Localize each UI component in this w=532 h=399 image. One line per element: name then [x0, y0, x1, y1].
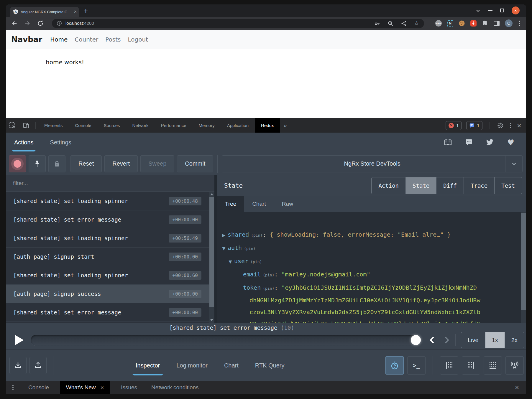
pin-label[interactable]: (pin)	[263, 286, 274, 291]
import-button[interactable]	[9, 357, 27, 374]
forward-icon[interactable]	[24, 20, 31, 27]
device-toolbar-icon[interactable]	[19, 122, 33, 129]
devtools-tab-sources[interactable]: Sources	[98, 118, 126, 133]
redux-tab-settings[interactable]: Settings	[50, 133, 71, 152]
tree-node-shared[interactable]: ▶shared(pin): { showLoading: false, erro…	[220, 228, 514, 241]
maximize-button[interactable]	[500, 9, 504, 12]
drawer-tab-close-icon[interactable]: ×	[100, 384, 104, 391]
mode-test-button[interactable]: Test	[495, 177, 522, 194]
timeline-slider[interactable]	[31, 335, 421, 346]
tab-close-icon[interactable]: ×	[74, 9, 77, 14]
mode-trace-button[interactable]: Trace	[464, 177, 495, 194]
browser-menu-icon[interactable]	[518, 21, 521, 26]
scroll-down-icon[interactable]	[210, 319, 213, 321]
scroll-up-icon[interactable]	[210, 193, 213, 195]
sweep-button[interactable]: Sweep	[140, 155, 174, 172]
dock-bottom-button[interactable]	[484, 356, 502, 375]
slider-thumb[interactable]	[411, 335, 421, 345]
state-scrollbar[interactable]	[521, 212, 526, 323]
pin-label[interactable]: (pin)	[263, 273, 274, 277]
address-bar[interactable]: localhost:4200 ☆	[52, 19, 424, 28]
devtools-tab-elements[interactable]: Elements	[38, 118, 69, 133]
filter-input[interactable]	[13, 180, 131, 187]
drawer-menu-icon[interactable]	[12, 385, 14, 390]
support-heart-icon[interactable]: ♥	[507, 139, 514, 146]
bookmark-star-icon[interactable]: ☆	[414, 20, 419, 26]
expanded-arrow-icon[interactable]: ▼	[226, 255, 234, 268]
mode-state-button[interactable]: State	[406, 177, 436, 194]
action-row[interactable]: [shared state] set loading spinner +00:0…	[6, 192, 209, 210]
drawer-tab-whats-new[interactable]: What's New ×	[60, 381, 110, 394]
remote-button[interactable]	[505, 356, 524, 375]
error-badge[interactable]: ✕ 1	[446, 121, 462, 130]
nav-link-posts[interactable]: Posts	[105, 36, 121, 43]
inspect-element-icon[interactable]	[6, 122, 19, 129]
devtools-tab-memory[interactable]: Memory	[193, 118, 221, 133]
devtools-tab-network[interactable]: Network	[126, 118, 155, 133]
speed-2x-button[interactable]: 2x	[505, 332, 524, 348]
live-button[interactable]: Live	[461, 332, 485, 348]
mode-diff-button[interactable]: Diff	[436, 177, 464, 194]
expanded-arrow-icon[interactable]: ▼	[220, 242, 228, 255]
view-tab-tree[interactable]: Tree	[217, 196, 244, 212]
monitor-tab-rtk[interactable]: RTK Query	[255, 350, 285, 381]
step-forward-icon[interactable]	[444, 336, 450, 344]
devtools-tab-redux[interactable]: Redux	[255, 118, 280, 133]
monitor-tab-chart[interactable]: Chart	[224, 350, 239, 381]
pin-label[interactable]: (pin)	[244, 246, 255, 251]
drawer-tab-issues[interactable]: Issues	[114, 381, 144, 394]
dock-left-button[interactable]	[440, 356, 458, 375]
pin-label[interactable]: (pin)	[251, 233, 262, 238]
browser-tab[interactable]: A Angular NGRX Complete C ×	[10, 7, 79, 17]
cookie-extension-icon[interactable]	[459, 20, 465, 27]
reload-icon[interactable]	[37, 20, 44, 27]
speed-1x-button[interactable]: 1x	[485, 332, 505, 348]
more-tabs-icon[interactable]: »	[280, 122, 290, 129]
action-row[interactable]: [shared state] set error message +00:00.…	[6, 210, 209, 229]
pin-label[interactable]: (pin)	[250, 260, 262, 264]
tree-node-email[interactable]: email(pin): "marley.nodejs@gmail.com"	[243, 268, 514, 281]
dock-right-button[interactable]	[462, 356, 480, 375]
commit-button[interactable]: Commit	[177, 155, 213, 172]
revert-button[interactable]: Revert	[104, 155, 138, 172]
devtools-close-icon[interactable]: ×	[517, 122, 521, 129]
issues-badge[interactable]: 1	[466, 121, 482, 130]
back-icon[interactable]	[11, 20, 18, 27]
action-row[interactable]: [shared state] set loading spinner +00:5…	[6, 229, 209, 248]
tree-node-user[interactable]: ▼user(pin)	[226, 255, 514, 268]
monitor-tab-inspector[interactable]: Inspector	[136, 350, 160, 381]
mode-action-button[interactable]: Action	[371, 177, 406, 194]
record-button[interactable]	[9, 155, 26, 172]
action-row-selected[interactable]: [auth page] signup success +00:00.00	[6, 285, 209, 303]
window-close-button[interactable]: ×	[512, 6, 520, 14]
monitor-tab-log[interactable]: Log monitor	[176, 350, 208, 381]
view-tab-raw[interactable]: Raw	[274, 196, 301, 212]
collapsed-arrow-icon[interactable]: ▶	[220, 229, 228, 242]
new-tab-button[interactable]: +	[84, 7, 88, 14]
drawer-tab-network-conditions[interactable]: Network conditions	[144, 381, 206, 394]
feedback-chat-icon[interactable]	[465, 139, 472, 146]
step-back-icon[interactable]	[429, 336, 435, 344]
password-key-icon[interactable]	[374, 20, 380, 27]
red-extension-icon[interactable]	[470, 20, 477, 27]
scrollbar-thumb[interactable]	[521, 213, 526, 310]
view-tab-chart[interactable]: Chart	[244, 196, 274, 212]
reset-button[interactable]: Reset	[70, 155, 102, 172]
window-menu-chevron-icon[interactable]	[475, 8, 481, 13]
select-chevron-area[interactable]	[505, 156, 522, 172]
profile-avatar[interactable]: C	[505, 19, 513, 27]
drawer-close-icon[interactable]: ×	[515, 383, 519, 392]
instance-select[interactable]: NgRx Store DevTools	[222, 155, 523, 172]
side-panel-icon[interactable]	[494, 21, 500, 26]
tree-node-token[interactable]: token(pin): "eyJhbGciOiJSUzI1NiIsImtpZCI…	[243, 281, 514, 294]
action-row[interactable]: [auth page] signup start +00:00.00	[6, 248, 209, 266]
navbar-brand[interactable]: Navbar	[11, 35, 42, 44]
devtools-menu-icon[interactable]	[509, 123, 512, 128]
action-list-scrollbar[interactable]	[209, 192, 214, 323]
action-row[interactable]: [shared state] set error message +00:00:…	[6, 303, 209, 322]
action-row[interactable]: [shared state] set loading spinner +00:0…	[6, 266, 209, 285]
pin-button[interactable]	[29, 155, 46, 172]
nav-link-counter[interactable]: Counter	[75, 36, 98, 43]
settings-gear-icon[interactable]	[497, 122, 504, 129]
drawer-tab-console[interactable]: Console	[21, 381, 56, 394]
